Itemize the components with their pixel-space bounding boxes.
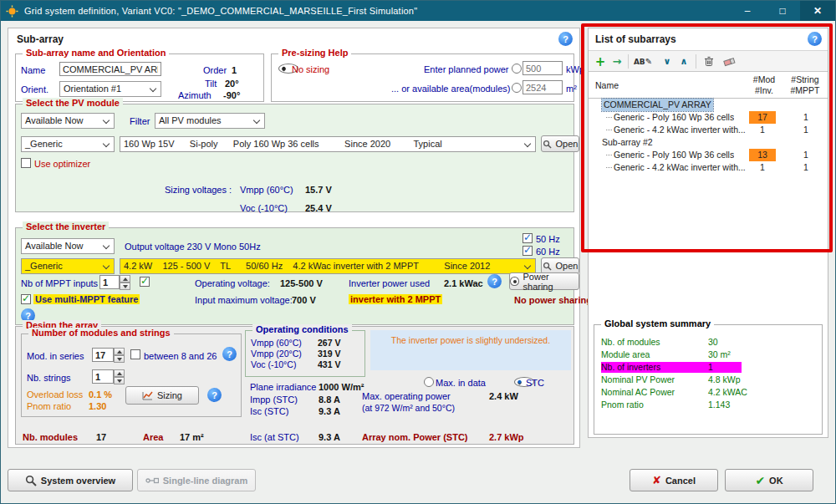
mod-series-stepper[interactable] (114, 348, 125, 363)
between-checkbox[interactable] (130, 349, 140, 359)
system-overview-button[interactable]: System overview (8, 469, 133, 491)
vmpp-label: Vmpp (60°C) (240, 185, 293, 195)
orientation-select[interactable]: Orientation #1 (59, 81, 161, 97)
delete-subarray-button[interactable] (701, 53, 717, 69)
use-optimizer-checkbox[interactable] (21, 158, 31, 168)
order-label: Order (203, 65, 227, 75)
cancel-cross-icon: ✘ (652, 474, 661, 486)
help-icon-power-used[interactable] (487, 274, 502, 288)
magnifier-icon (543, 140, 552, 149)
summary-label: Module area (601, 349, 650, 359)
move-up-button[interactable]: ∧ (675, 53, 692, 69)
tree-row-module-2[interactable]: Generic - Poly 160 Wp 36 cells 13 1 (589, 149, 828, 161)
mppt-inputs-input[interactable] (99, 275, 120, 289)
tree-row-subarray-1[interactable]: COMMERCIAL_PV ARRAY (589, 99, 828, 111)
summary-label: Nb. of inverters (601, 362, 660, 372)
isc-at-stc-value: 9.3 A (319, 432, 340, 442)
design-array-group: Design the array Number of modules and s… (15, 326, 574, 445)
hz60-label: 60 Hz (536, 247, 560, 257)
area-input[interactable] (522, 80, 563, 94)
array-nominal-power-label: Array nom. Power (STC) (362, 432, 468, 442)
sizing-button[interactable]: Sizing (125, 386, 199, 405)
single-line-diagram-button[interactable]: Single-line diagram (137, 469, 256, 491)
nb-modules-value: 17 (96, 432, 106, 442)
minimize-button[interactable]: – (730, 1, 765, 21)
module-select[interactable]: 160 Wp 15V Si-poly Poly 160 Wp 36 cells … (120, 136, 536, 152)
cancel-button[interactable]: ✘ Cancel (630, 469, 718, 491)
summary-row-highlighted: Nb. of inverters 1 (601, 362, 742, 373)
add-subarray-button[interactable]: + (592, 53, 609, 69)
help-icon-list[interactable] (808, 32, 822, 46)
planned-power-input[interactable] (522, 61, 563, 75)
area-radio[interactable] (512, 83, 522, 93)
between-label: between 8 and 26 (144, 351, 217, 361)
maximize-button[interactable]: □ (765, 1, 800, 21)
ok-check-icon: ✔ (755, 474, 765, 487)
group-title: Number of modules and strings (28, 328, 174, 338)
module-availability-select[interactable]: Available Now (21, 113, 115, 129)
summary-label: Pnom ratio (601, 400, 644, 410)
module-manufacturer-select[interactable]: _Generic (21, 136, 115, 152)
pnom-ratio-label: Pnom ratio (27, 401, 71, 411)
close-button[interactable]: ✕ (800, 1, 835, 21)
planned-power-radio[interactable] (512, 64, 522, 74)
mppt-inputs-stepper[interactable] (120, 275, 130, 290)
tree-row-label: Generic - 4.2 kWac inverter with... (614, 124, 746, 136)
area-value: 17 m² (180, 432, 204, 442)
inverter-manufacturer-select[interactable]: _Generic (21, 258, 115, 274)
name-orientation-group: Sub-array name and Orientation Name Orde… (15, 53, 264, 102)
rename-pencil-icon: ✎ (645, 57, 652, 66)
toolbar-separator (696, 54, 696, 69)
maximize-icon: □ (779, 5, 785, 17)
tree-row-inverter-2[interactable]: Generic - 4.2 kWac inverter with... 1 1 (589, 161, 828, 174)
nb-strings-input[interactable] (92, 369, 114, 384)
area-label: ... or available area(modules) (391, 84, 510, 94)
plane-irradiance-value: 1000 W/m² (319, 382, 364, 392)
inverter-select[interactable]: 4.2 kW 125 - 500 V TL 50/60 Hz 4.2 kWac … (120, 258, 536, 274)
rename-subarray-button[interactable]: AB✎ (632, 53, 654, 69)
tree-row-module-1[interactable]: Generic - Poly 160 Wp 36 cells 17 1 (589, 111, 828, 124)
azimuth-label: Azimuth (178, 90, 212, 100)
hz50-checkbox[interactable] (522, 233, 533, 243)
column-header-string: #String (786, 74, 824, 84)
multi-mppt-checkbox[interactable] (21, 294, 31, 304)
close-icon: ✕ (813, 5, 822, 17)
help-icon-subarray[interactable] (558, 32, 573, 46)
input-max-voltage-value: 700 V (292, 295, 316, 305)
sizing-chart-icon (142, 391, 153, 400)
overload-label: Overload loss (27, 389, 83, 400)
magnifier-icon (543, 262, 552, 271)
voc10-value: 431 V (318, 359, 340, 369)
clear-subarray-button[interactable] (721, 53, 737, 69)
single-line-diagram-icon (145, 476, 159, 486)
inverter-warning-box: The inverter power is slightly undersize… (370, 330, 571, 370)
group-title: Sub-array name and Orientation (23, 48, 169, 58)
mod-series-input[interactable] (92, 348, 114, 362)
operating-voltage-value: 125-500 V (280, 278, 323, 288)
power-sharing-button[interactable]: Power sharing (509, 272, 579, 290)
ok-button[interactable]: ✔ OK (725, 469, 813, 491)
max-in-data-radio[interactable] (424, 377, 434, 387)
hz60-checkbox[interactable] (522, 246, 533, 256)
sizing-voltages-label: Sizing voltages : (165, 185, 232, 195)
string-count-cell: 1 (788, 149, 824, 161)
tree-row-inverter-1[interactable]: Generic - 4.2 kWac inverter with... 1 1 (589, 124, 828, 136)
tree-row-label: Generic - Poly 160 Wp 36 cells (614, 149, 734, 161)
nb-strings-stepper[interactable] (114, 369, 125, 384)
tree-row-subarray-2[interactable]: Sub-array #2 (589, 136, 828, 149)
group-title: Pre-sizing Help (278, 48, 351, 58)
move-down-button[interactable]: ∨ (659, 53, 675, 69)
mod-series-label: Mod. in series (27, 351, 84, 361)
max-operating-power-label: Max. operating power (362, 391, 451, 401)
help-icon-sizing[interactable] (207, 388, 222, 402)
module-open-button[interactable]: Open (541, 135, 579, 152)
tilt-label: Tilt (205, 79, 217, 89)
duplicate-subarray-button[interactable]: → (609, 53, 625, 69)
help-icon-mod-series[interactable] (222, 347, 237, 361)
subarray-name-input[interactable] (59, 62, 161, 76)
inverter-availability-select[interactable]: Available Now (21, 238, 115, 254)
presizing-group: Pre-sizing Help No sizing Enter planned … (271, 53, 574, 102)
mppt-auto-checkbox[interactable] (140, 277, 150, 287)
no-power-sharing-label: No power sharing (514, 295, 592, 305)
module-filter-select[interactable]: All PV modules (155, 113, 265, 129)
